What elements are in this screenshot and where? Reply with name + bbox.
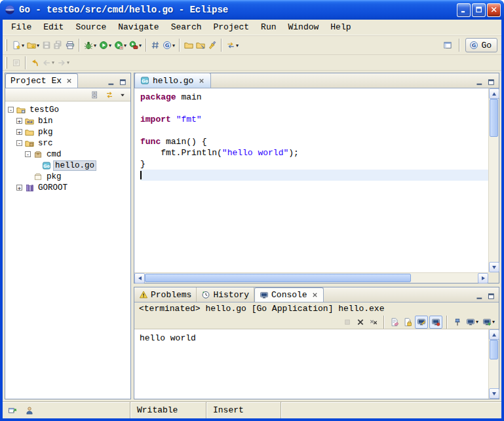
console-output-area[interactable]: hello world <box>134 329 499 399</box>
tree-item-src[interactable]: -src <box>5 137 130 149</box>
dropdown-arrow-icon[interactable]: ▾ <box>94 43 96 48</box>
scroll-up-button[interactable] <box>489 88 499 99</box>
dropdown-arrow-icon[interactable]: ▾ <box>109 43 111 48</box>
save-button[interactable] <box>41 37 52 53</box>
open-perspective-button[interactable] <box>442 37 454 53</box>
remove-launch-button[interactable] <box>355 316 366 329</box>
search-button[interactable] <box>206 37 218 53</box>
back-button[interactable]: ▾ <box>41 55 56 71</box>
clear-console-button[interactable] <box>389 316 400 329</box>
go-perspective-button[interactable]: G Go <box>465 38 497 52</box>
expand-toggle[interactable]: - <box>16 140 22 146</box>
code-line[interactable]: import "fmt" <box>140 114 488 125</box>
forward-button[interactable]: ▾ <box>56 55 71 71</box>
code-editor[interactable]: package mainimport "fmt"func main() { fm… <box>134 88 499 283</box>
console-tab-console[interactable]: Console <box>254 287 324 302</box>
new-button[interactable]: ▾ <box>10 37 26 53</box>
scroll-down-button[interactable] <box>489 262 499 272</box>
menu-help[interactable]: Help <box>324 20 357 34</box>
scrollbar-track[interactable] <box>489 340 499 388</box>
maximize-view-button[interactable] <box>117 77 128 88</box>
debug-button[interactable]: ▾ <box>83 37 98 53</box>
console-tab-history[interactable]: History <box>197 287 254 302</box>
expand-toggle[interactable]: - <box>8 107 14 113</box>
code-line[interactable]: } <box>140 158 488 170</box>
menu-edit[interactable]: Edit <box>37 20 69 34</box>
expand-toggle[interactable]: - <box>25 151 31 157</box>
team-button[interactable] <box>24 403 35 418</box>
project-explorer-tab[interactable]: Project Ex <box>5 73 78 88</box>
go-element-button[interactable]: G▾ <box>161 37 176 53</box>
maximize-view-button[interactable] <box>486 77 497 88</box>
last-edit-location-button[interactable] <box>29 55 41 71</box>
external-tools-button[interactable]: ▾ <box>128 37 143 53</box>
expand-toggle[interactable]: + <box>16 129 22 135</box>
scroll-right-button[interactable] <box>478 273 488 284</box>
minimize-view-button[interactable] <box>106 77 117 88</box>
pin-console-button[interactable] <box>452 316 463 329</box>
code-line[interactable] <box>140 125 488 136</box>
editor-vertical-scrollbar[interactable] <box>488 88 499 272</box>
team-sync-button[interactable]: ▾ <box>225 37 240 53</box>
dropdown-arrow-icon[interactable]: ▾ <box>172 43 175 48</box>
scrollbar-thumb[interactable] <box>145 274 411 282</box>
code-line[interactable]: fmt.Println("hello world"); <box>140 147 488 158</box>
scrollbar-track[interactable] <box>489 99 499 262</box>
scroll-left-button[interactable] <box>134 273 145 284</box>
view-menu-button[interactable] <box>117 89 128 101</box>
code-line[interactable] <box>140 103 488 114</box>
menu-window[interactable]: Window <box>282 20 325 34</box>
dropdown-arrow-icon[interactable]: ▾ <box>124 43 126 48</box>
dropdown-arrow-icon[interactable]: ▾ <box>476 319 478 325</box>
tree-item-cmd[interactable]: -cmd <box>5 149 130 160</box>
show-stderr-button[interactable] <box>429 316 442 329</box>
close-tab-icon[interactable] <box>198 77 205 84</box>
tree-item-goroot[interactable]: +GOROOT <box>5 182 130 193</box>
title-bar[interactable]: Go - testGo/src/cmd/hello.go - Eclipse <box>0 0 504 20</box>
open-type-button[interactable] <box>195 37 206 53</box>
link-with-editor-button[interactable] <box>104 89 115 101</box>
terminate-button[interactable] <box>341 316 353 329</box>
new-go-element-button[interactable]: ▾ <box>26 37 41 53</box>
scrollbar-thumb[interactable] <box>490 340 498 359</box>
save-all-button[interactable] <box>52 37 64 53</box>
remove-all-launches-button[interactable] <box>368 316 379 329</box>
code-line[interactable] <box>140 170 488 181</box>
dropdown-arrow-icon[interactable]: ▾ <box>236 43 239 48</box>
menu-file[interactable]: File <box>5 20 37 34</box>
tree-item-pkg[interactable]: +pkg <box>5 126 130 137</box>
tree-item-bin[interactable]: +010bin <box>5 115 130 126</box>
scroll-lock-button[interactable] <box>402 316 414 329</box>
code-area[interactable]: package mainimport "fmt"func main() { fm… <box>134 88 488 272</box>
close-button[interactable] <box>487 3 501 17</box>
code-line[interactable]: package main <box>140 92 488 103</box>
maximize-view-button[interactable] <box>486 291 497 302</box>
code-line[interactable]: func main() { <box>140 136 488 147</box>
tree-item-hello-go[interactable]: Gohello.go <box>5 160 130 171</box>
go-application-button[interactable] <box>149 37 161 53</box>
close-tab-icon[interactable] <box>311 291 319 299</box>
console-vertical-scrollbar[interactable] <box>488 329 499 399</box>
scroll-down-button[interactable] <box>489 388 499 399</box>
dropdown-arrow-icon[interactable]: ▾ <box>22 43 24 48</box>
fast-view-button[interactable] <box>7 403 18 418</box>
minimize-view-button[interactable] <box>474 291 485 302</box>
show-stdout-button[interactable] <box>415 316 428 329</box>
collapse-all-button[interactable] <box>90 89 102 101</box>
dropdown-arrow-icon[interactable]: ▾ <box>139 43 142 48</box>
menu-project[interactable]: Project <box>207 20 255 34</box>
display-console-button[interactable]: ▾ <box>465 316 480 329</box>
tree-item-pkg[interactable]: pkg <box>5 171 130 182</box>
expand-toggle[interactable]: + <box>16 185 22 191</box>
console-tab-problems[interactable]: Problems <box>134 287 197 302</box>
menu-navigate[interactable]: Navigate <box>112 20 165 34</box>
menu-run[interactable]: Run <box>255 20 282 34</box>
open-resource-button[interactable] <box>183 37 195 53</box>
expand-toggle[interactable]: + <box>16 118 22 124</box>
menu-source[interactable]: Source <box>69 20 112 34</box>
annotations-button[interactable] <box>10 55 22 71</box>
minimize-button[interactable] <box>457 3 471 17</box>
scroll-up-button[interactable] <box>489 329 499 340</box>
run-button[interactable]: ▾ <box>98 37 113 53</box>
tree-item-testgo[interactable]: -testGo <box>5 104 130 115</box>
